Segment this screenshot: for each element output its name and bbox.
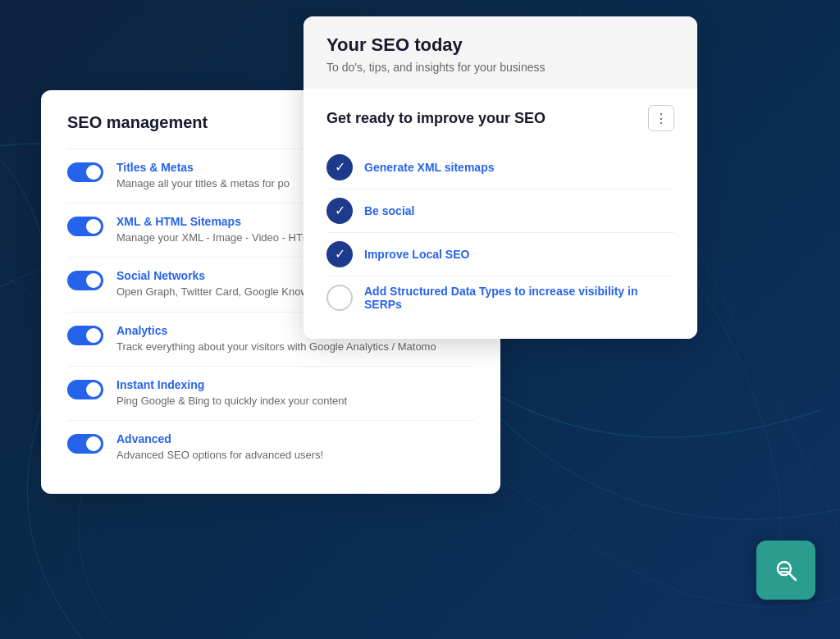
seo-section-title: Get ready to improve your SEO [326, 110, 546, 127]
seo-item-title[interactable]: Titles & Metas [116, 161, 290, 174]
toggle-switch[interactable] [67, 271, 103, 290]
svg-line-1 [789, 573, 796, 580]
seo-today-title: Your SEO today [326, 34, 674, 56]
checklist-item[interactable]: ✓Generate XML sitemaps [326, 146, 674, 189]
toggle-track [67, 380, 103, 399]
toggle-track [67, 162, 103, 182]
toggle-switch[interactable] [67, 162, 103, 182]
checklist-label[interactable]: Be social [364, 204, 414, 217]
toggle-thumb [86, 382, 101, 397]
seo-item-description: Manage all your titles & metas for po [116, 176, 290, 191]
seo-section-header: Get ready to improve your SEO ⋮ [326, 105, 674, 131]
toggle-thumb [86, 273, 101, 288]
floating-search-button[interactable] [756, 541, 815, 600]
checkmark-icon: ✓ [335, 161, 345, 174]
toggle-switch[interactable] [67, 217, 103, 236]
toggle-track [67, 326, 103, 345]
checklist-item[interactable]: ✓Improve Local SEO [326, 233, 674, 276]
seo-item-content: Instant IndexingPing Google & Bing to qu… [116, 378, 347, 409]
seo-today-card: Your SEO today To do's, tips, and insigh… [304, 16, 697, 339]
toggle-switch[interactable] [67, 434, 103, 454]
more-options-button[interactable]: ⋮ [648, 105, 674, 131]
seo-item-description: Advanced SEO options for advanced users! [116, 448, 323, 463]
seo-management-item: AdvancedAdvanced SEO options for advance… [67, 420, 474, 474]
check-circle-checked: ✓ [326, 198, 353, 224]
check-circle-unchecked [326, 285, 353, 311]
seo-item-description: Track everything about your visitors wit… [116, 340, 436, 354]
search-seo-icon [771, 555, 801, 585]
checklist-item[interactable]: ✓Be social [326, 189, 674, 233]
seo-item-title[interactable]: Instant Indexing [116, 378, 347, 391]
toggle-thumb [86, 165, 101, 180]
check-circle-checked: ✓ [326, 241, 353, 267]
seo-item-description: Ping Google & Bing to quickly index your… [116, 394, 347, 409]
seo-item-content: Titles & MetasManage all your titles & m… [116, 161, 290, 191]
checklist-container: ✓Generate XML sitemaps✓Be social✓Improve… [326, 146, 674, 319]
seo-today-subtitle: To do's, tips, and insights for your bus… [326, 61, 674, 74]
toggle-switch[interactable] [67, 326, 103, 345]
checklist-item[interactable]: Add Structured Data Types to increase vi… [326, 276, 674, 319]
toggle-thumb [86, 436, 101, 451]
seo-item-title[interactable]: Advanced [116, 432, 323, 445]
toggle-thumb [86, 219, 101, 234]
toggle-switch[interactable] [67, 380, 103, 399]
checkmark-icon: ✓ [335, 204, 345, 217]
check-circle-checked: ✓ [326, 154, 353, 180]
main-container: Your SEO today To do's, tips, and insigh… [0, 0, 840, 639]
seo-item-content: AdvancedAdvanced SEO options for advance… [116, 432, 323, 463]
checklist-label[interactable]: Improve Local SEO [364, 248, 469, 261]
seo-today-body: Get ready to improve your SEO ⋮ ✓Generat… [304, 89, 697, 339]
checklist-label[interactable]: Add Structured Data Types to increase vi… [364, 285, 674, 311]
toggle-track [67, 217, 103, 236]
toggle-thumb [86, 328, 101, 343]
checklist-label[interactable]: Generate XML sitemaps [364, 161, 494, 174]
toggle-track [67, 271, 103, 290]
toggle-track [67, 434, 103, 454]
checkmark-icon: ✓ [335, 248, 345, 261]
seo-management-item: Instant IndexingPing Google & Bing to qu… [67, 366, 474, 420]
seo-today-header: Your SEO today To do's, tips, and insigh… [304, 16, 697, 89]
